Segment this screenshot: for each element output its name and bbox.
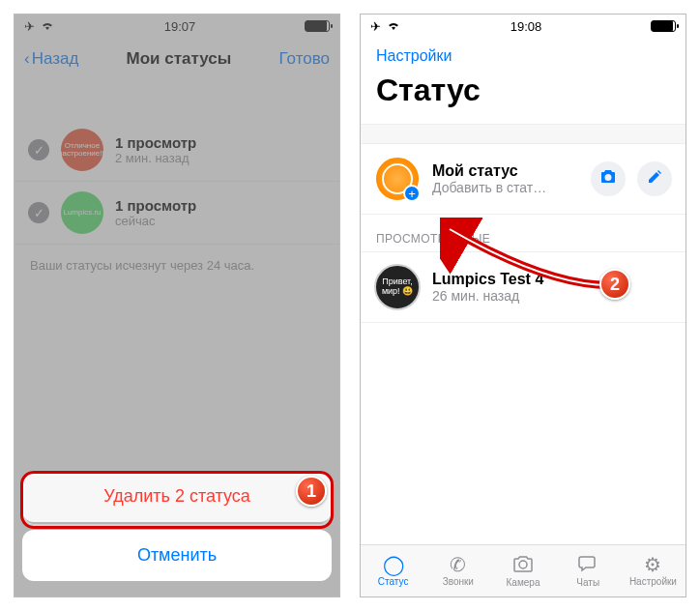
viewed-avatar: Привет, мир! 😃 [374,264,421,310]
my-status-subtitle: Добавить в стат… [432,180,579,195]
viewed-subtitle: 26 мин. назад [432,288,672,304]
tab-calls[interactable]: ✆ Звонки [425,545,490,596]
annotation-badge-1: 1 [296,476,327,507]
my-status-avatar: + [374,156,421,202]
status-icon: ◯ [383,555,404,574]
status-bar: ✈ 19:08 [361,15,685,38]
camera-button[interactable] [591,161,626,196]
clock: 19:08 [510,19,542,34]
viewed-row[interactable]: Привет, мир! 😃 Lumpics Test 4 26 мин. на… [361,251,685,323]
edit-button[interactable] [637,161,672,196]
camera-icon [512,555,534,575]
left-screenshot: ✈ 19:07 ‹ Назад Мои статусы Готово ✓ Отл… [14,14,340,597]
gear-icon: ⚙ [644,555,661,574]
annotation-badge-2: 2 [599,269,630,300]
tab-label: Камера [507,577,540,588]
my-status-row[interactable]: + Мой статус Добавить в стат… [361,143,685,215]
my-status-title: Мой статус [432,162,579,180]
cancel-button[interactable]: Отменить [22,530,332,581]
wifi-icon [386,19,401,34]
camera-icon [599,169,617,189]
tab-label: Звонки [443,576,474,587]
airplane-icon: ✈ [370,19,381,34]
action-sheet: Удалить 2 статуса Отменить [22,471,332,589]
right-screenshot: ✈ 19:08 Настройки Статус + Мой статус До… [360,14,686,597]
page-title: Статус [361,65,685,124]
battery-icon [651,20,676,32]
plus-icon: + [403,185,421,202]
tab-camera[interactable]: Камера [490,545,555,596]
tab-chats[interactable]: Чаты [556,545,621,596]
tab-status[interactable]: ◯ Статус [361,545,425,596]
delete-button[interactable]: Удалить 2 статуса [22,471,332,522]
nav-bar: Настройки [361,38,685,65]
phone-icon: ✆ [450,555,466,574]
section-header-viewed: ПРОСМОТРЕННЫЕ [361,215,685,251]
tab-label: Статус [378,576,409,587]
viewed-title: Lumpics Test 4 [432,271,672,288]
settings-link[interactable]: Настройки [376,47,452,64]
tab-label: Чаты [576,577,599,588]
tab-settings[interactable]: ⚙ Настройки [621,545,685,596]
chats-icon [577,555,598,575]
pencil-icon [647,169,662,189]
tab-label: Настройки [629,576,677,587]
tab-bar: ◯ Статус ✆ Звонки Камера Чаты ⚙ Настройк… [361,544,685,596]
